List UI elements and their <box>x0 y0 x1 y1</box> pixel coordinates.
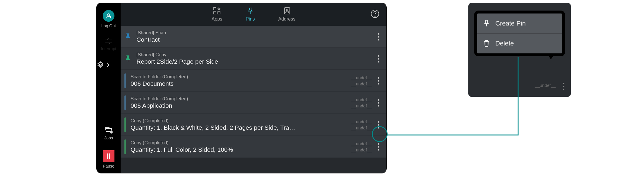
status-bar-icon <box>124 139 126 154</box>
settings-button[interactable] <box>97 61 121 69</box>
row-meta: __undef__ <box>341 141 372 147</box>
menu-create-pin[interactable]: Create Pin <box>477 13 562 33</box>
row-caption: Scan to Folder (Completed) <box>131 96 341 102</box>
svg-point-10 <box>286 9 288 11</box>
row-caption: Copy (Completed) <box>131 118 341 124</box>
context-menu-panel: Create Pin Delete __undef__ <box>468 3 571 97</box>
more-icon <box>378 99 379 107</box>
more-icon <box>563 83 564 90</box>
pause-button[interactable]: Pause <box>97 150 121 168</box>
svg-rect-14 <box>128 60 128 62</box>
row-meta: __undef__ <box>341 97 372 103</box>
row-meta: __undef__ <box>341 81 372 87</box>
row-title: Quantity: 1, Full Color, 2 Sided, 100% <box>131 146 341 153</box>
menu-create-pin-label: Create Pin <box>495 20 526 27</box>
menu-delete-label: Delete <box>495 40 514 47</box>
top-tabs: Apps Pins <box>121 3 386 26</box>
row-caption: Scan to Folder (Completed) <box>131 74 341 80</box>
status-bar-icon <box>124 73 126 88</box>
more-icon <box>378 33 379 40</box>
svg-point-1 <box>100 64 102 66</box>
more-icon <box>378 143 379 151</box>
status-bar-icon <box>124 117 126 132</box>
status-bar-icon <box>124 95 126 110</box>
context-menu: Create Pin Delete <box>474 11 565 56</box>
more-button[interactable] <box>374 77 383 85</box>
more-button[interactable] <box>374 99 383 107</box>
more-button[interactable] <box>374 55 383 63</box>
row-title: 006 Documents <box>131 80 341 87</box>
interrupt-label: Interrupt <box>101 46 116 51</box>
main-area: Apps Pins <box>121 3 386 173</box>
svg-point-12 <box>375 16 375 16</box>
jobs-button[interactable]: i Jobs <box>97 126 121 140</box>
svg-text:i: i <box>111 131 112 134</box>
pin-icon <box>247 7 254 15</box>
tab-apps-label: Apps <box>212 16 222 22</box>
list-item[interactable]: Scan to Folder (Completed) 006 Documents… <box>121 70 386 92</box>
tab-pins-label: Pins <box>246 16 255 22</box>
popup-tail-icon <box>547 53 555 59</box>
row-meta: __undef__ <box>341 75 372 81</box>
gear-icon <box>97 61 104 69</box>
more-button[interactable] <box>374 33 383 40</box>
row-caption: [Shared] Copy <box>136 52 341 58</box>
row-meta: __undef__ <box>341 103 372 109</box>
more-icon <box>378 121 379 129</box>
interrupt-button[interactable]: Interrupt <box>97 38 121 51</box>
svg-rect-8 <box>218 12 220 14</box>
tab-apps[interactable]: Apps <box>212 7 222 22</box>
menu-delete[interactable]: Delete <box>477 33 562 53</box>
apps-icon <box>213 7 221 15</box>
pause-icon <box>103 150 114 162</box>
more-icon <box>378 77 379 85</box>
jobs-icon: i <box>104 126 113 134</box>
side-rail: Log Out Interrupt <box>97 3 121 173</box>
logout-button[interactable]: Log Out <box>97 10 121 28</box>
list-item[interactable]: Scan to Folder (Completed) 005 Applicati… <box>121 92 386 114</box>
svg-rect-7 <box>214 12 216 14</box>
row-title: Report 2Side/2 Page per Side <box>136 58 341 65</box>
address-book-icon <box>283 7 290 15</box>
pins-list: [Shared] Scan Contract [Shared] Copy Rep… <box>121 26 386 173</box>
logout-label: Log Out <box>101 23 116 28</box>
row-meta: __undef__ <box>341 125 372 131</box>
svg-rect-6 <box>214 8 216 10</box>
row-title: Contract <box>136 36 341 43</box>
chevron-right-icon <box>107 62 109 67</box>
row-caption: [Shared] Scan <box>136 30 341 36</box>
trash-icon <box>483 39 490 48</box>
svg-rect-13 <box>128 38 128 40</box>
pin-icon <box>125 55 131 63</box>
svg-rect-4 <box>107 153 108 159</box>
list-item[interactable]: Copy (Completed) Quantity: 1, Black & Wh… <box>121 114 386 136</box>
svg-point-0 <box>107 14 109 16</box>
list-item[interactable]: Copy (Completed) Quantity: 1, Full Color… <box>121 136 386 158</box>
tab-address-label: Address <box>278 16 295 22</box>
pause-label: Pause <box>103 164 114 168</box>
row-meta: __undef__ <box>341 147 372 153</box>
row-title: Quantity: 1, Black & White, 2 Sided, 2 P… <box>131 124 341 131</box>
pin-icon <box>125 33 131 40</box>
row-meta: __undef__ <box>341 119 372 125</box>
interrupt-icon <box>105 38 113 45</box>
jobs-label: Jobs <box>104 136 113 140</box>
help-icon[interactable] <box>371 9 379 18</box>
user-icon <box>103 10 114 22</box>
tab-address[interactable]: Address <box>278 7 295 22</box>
more-button[interactable] <box>374 143 383 151</box>
list-item[interactable]: [Shared] Copy Report 2Side/2 Page per Si… <box>121 48 386 70</box>
row-title: 005 Application <box>131 102 341 109</box>
svg-rect-5 <box>109 153 110 159</box>
row-caption: Copy (Completed) <box>131 140 341 146</box>
tab-pins[interactable]: Pins <box>246 7 255 22</box>
popup-meta: __undef__ <box>535 82 556 88</box>
list-item[interactable]: [Shared] Scan Contract <box>121 26 386 48</box>
more-button[interactable] <box>374 121 383 129</box>
more-icon <box>378 55 379 63</box>
pin-icon <box>483 19 490 28</box>
device-screen: Log Out Interrupt <box>97 3 386 173</box>
